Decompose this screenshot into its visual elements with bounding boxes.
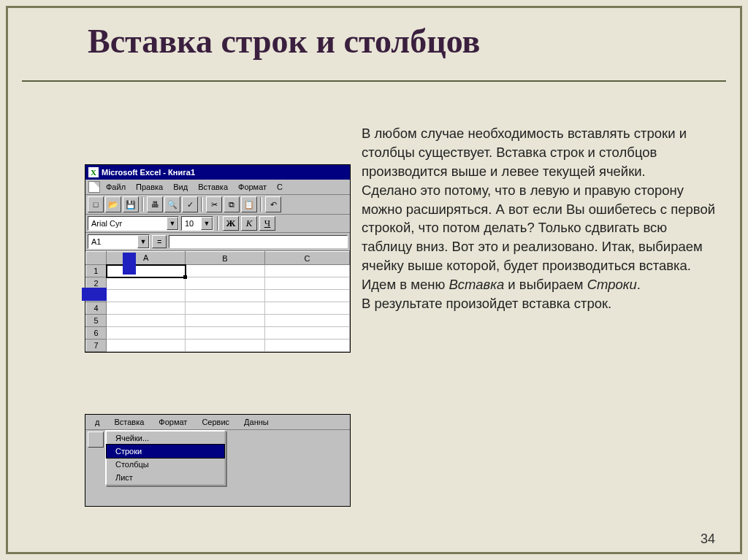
paste-icon: 📋 — [244, 200, 254, 210]
body-text: В любом случае необходимость вставлять с… — [362, 124, 720, 313]
cell[interactable] — [107, 340, 186, 352]
para-2: Сделано это потому, что в левую и правую… — [362, 183, 715, 274]
cell[interactable] — [186, 265, 264, 277]
row-header[interactable]: 4 — [86, 302, 107, 315]
new-button[interactable]: □ — [88, 196, 104, 212]
name-box[interactable]: A1 ▼ — [88, 234, 150, 249]
para-3a: Идем в меню — [362, 277, 449, 292]
toolbar-standard: □ 📂 💾 🖶 🔍 ✓ ✂ ⧉ 📋 ↶ — [85, 195, 350, 215]
cell[interactable] — [186, 302, 264, 315]
print-button[interactable]: 🖶 — [147, 196, 163, 212]
menu-file[interactable]: Файл — [102, 182, 130, 192]
para-4: В результате произойдет вставка строк. — [362, 296, 611, 311]
cut-icon: ✂ — [211, 200, 218, 210]
cell[interactable] — [264, 315, 349, 327]
cell[interactable] — [186, 327, 264, 340]
para-3e: . — [637, 277, 641, 292]
toolbar-sep — [217, 216, 219, 231]
menu-data[interactable]: Данны — [237, 416, 276, 428]
cut-button[interactable]: ✂ — [206, 196, 222, 212]
formula-input[interactable] — [169, 235, 348, 248]
row-header[interactable]: 7 — [86, 340, 107, 352]
insert-indicator-vertical — [123, 253, 136, 275]
chevron-down-icon: ▼ — [137, 235, 149, 248]
cell[interactable] — [107, 290, 186, 302]
bold-button[interactable]: Ж — [223, 216, 239, 231]
select-all-corner[interactable] — [86, 252, 107, 265]
cell[interactable] — [186, 277, 264, 290]
save-button[interactable]: 💾 — [123, 196, 139, 212]
open-icon: 📂 — [108, 200, 118, 210]
menu-insert[interactable]: Вставка — [194, 182, 232, 192]
slide-title: Вставка строк и столбцов — [88, 22, 480, 61]
col-header-c[interactable]: C — [264, 252, 349, 265]
cell[interactable] — [264, 277, 349, 290]
menubar: Файл Правка Вид Вставка Формат С — [85, 180, 350, 195]
menu-edit[interactable]: Правка — [131, 182, 167, 192]
col-header-a[interactable]: A — [107, 252, 186, 265]
cell[interactable] — [186, 340, 264, 352]
insert-dropdown: Ячейки... Строки Столбцы Лист — [105, 430, 226, 486]
row-header[interactable]: 5 — [86, 315, 107, 327]
dd-sheet[interactable]: Лист — [107, 471, 224, 484]
toolbar-2: Ячейки... Строки Столбцы Лист — [85, 430, 350, 449]
cell[interactable] — [264, 340, 349, 352]
cell[interactable] — [264, 290, 349, 302]
name-box-value: A1 — [91, 237, 101, 246]
title-rule — [22, 80, 726, 82]
toolbar-sep — [142, 197, 144, 212]
titlebar: X Microsoft Excel - Книга1 — [85, 165, 350, 180]
row-header[interactable]: 6 — [86, 327, 107, 340]
para-3b: Вставка — [449, 277, 504, 292]
row-header[interactable]: 1 — [86, 265, 107, 277]
excel-window-menu: д Вставка Формат Сервис Данны Ячейки... … — [85, 414, 351, 507]
dd-rows[interactable]: Строки — [106, 444, 225, 459]
col-header-b[interactable]: B — [186, 252, 264, 265]
cell[interactable] — [107, 277, 186, 290]
font-name-value: Arial Cyr — [91, 219, 122, 228]
spell-button[interactable]: ✓ — [182, 196, 198, 212]
open-button[interactable]: 📂 — [105, 196, 121, 212]
cell[interactable] — [107, 315, 186, 327]
undo-icon: ↶ — [270, 200, 277, 210]
document-icon — [88, 181, 100, 193]
new-icon: □ — [94, 200, 99, 209]
undo-button[interactable]: ↶ — [265, 196, 281, 212]
cell[interactable] — [186, 290, 264, 302]
cell[interactable] — [264, 265, 349, 277]
cell[interactable] — [107, 327, 186, 340]
menu-format-2[interactable]: Формат — [151, 416, 194, 428]
dd-cols[interactable]: Столбцы — [107, 458, 224, 471]
menu-service[interactable]: Сервис — [194, 416, 237, 428]
font-name-combo[interactable]: Arial Cyr ▼ — [88, 216, 179, 231]
insert-indicator-horizontal — [82, 288, 107, 301]
spell-icon: ✓ — [187, 200, 194, 210]
cell[interactable] — [264, 327, 349, 340]
menu-fragment[interactable]: д — [88, 416, 107, 428]
para-1: В любом случае необходимость вставлять с… — [362, 126, 687, 179]
para-3d: Строки — [587, 277, 637, 292]
save-icon: 💾 — [126, 200, 136, 210]
preview-button[interactable]: 🔍 — [164, 196, 180, 212]
paste-button[interactable]: 📋 — [241, 196, 257, 212]
chevron-down-icon: ▼ — [201, 217, 213, 230]
toolbar-sep — [201, 197, 203, 212]
toolbar-button[interactable] — [88, 431, 104, 448]
preview-icon: 🔍 — [167, 200, 178, 210]
cell[interactable] — [186, 315, 264, 327]
cell-a1[interactable] — [107, 265, 186, 277]
toolbar-sep — [260, 197, 262, 212]
menu-insert-open[interactable]: Вставка — [107, 416, 151, 428]
menu-more[interactable]: С — [272, 182, 287, 192]
menu-format[interactable]: Формат — [234, 182, 271, 192]
cell[interactable] — [107, 302, 186, 315]
italic-button[interactable]: К — [241, 216, 257, 231]
font-size-combo[interactable]: 10 ▼ — [181, 216, 213, 231]
titlebar-text: Microsoft Excel - Книга1 — [102, 168, 195, 177]
cell[interactable] — [264, 302, 349, 315]
dd-cells[interactable]: Ячейки... — [107, 431, 224, 445]
copy-button[interactable]: ⧉ — [224, 196, 240, 212]
menu-view[interactable]: Вид — [169, 182, 192, 192]
formula-bar-row: A1 ▼ = — [85, 233, 350, 250]
underline-button[interactable]: Ч — [259, 216, 275, 231]
